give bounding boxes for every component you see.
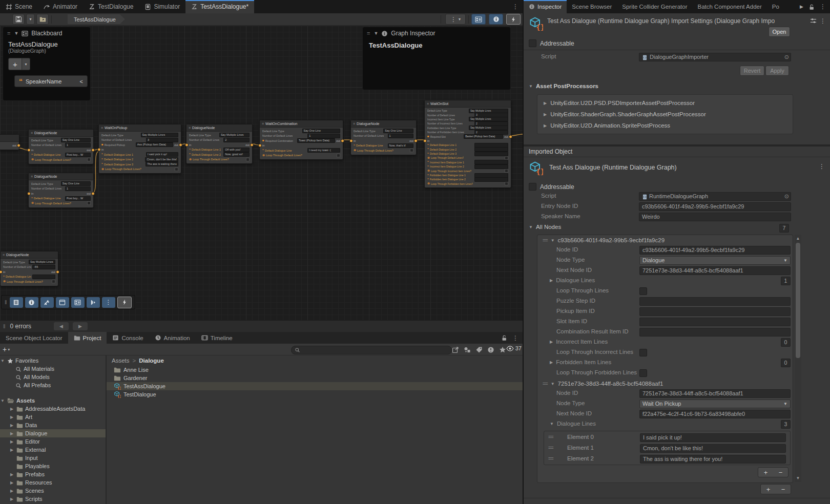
tab-overflow-menu[interactable]: ⋮: [512, 3, 518, 10]
value-field[interactable]: c93b5606-401f-49a2-99b5-9ecbf1fa9c29: [639, 202, 791, 211]
scrollbar-thumb[interactable]: [796, 243, 800, 358]
addressable-checkbox[interactable]: [529, 183, 536, 191]
node-title-bar[interactable]: ≡DialogueNode: [186, 124, 252, 132]
graph-inspector-header[interactable]: = ▼ Graph Inspector: [363, 27, 510, 39]
value-field[interactable]: c93b5606-401f-49a2-99b5-9ecbf1fa9c29: [639, 246, 791, 255]
value-field[interactable]: RuntimeDialogueGraph⊙: [639, 192, 791, 201]
apply-button[interactable]: Apply: [765, 66, 789, 76]
window-tool-button[interactable]: [56, 297, 69, 308]
add-property-caret[interactable]: ▾: [22, 58, 30, 70]
in-port[interactable]: [423, 139, 427, 142]
graph-overlay-toolbar[interactable]: ‖ ⋮: [1, 295, 135, 309]
graph-breadcrumb[interactable]: TestAssDialogue: [68, 14, 125, 24]
node-line-field[interactable]: Cmon, don't be like this!: [145, 157, 178, 162]
lock-icon[interactable]: [808, 3, 815, 10]
transition-tool-button[interactable]: [87, 297, 100, 308]
out-port[interactable]: [91, 192, 95, 195]
drag-handle-icon[interactable]: ==: [548, 434, 553, 440]
bottom-tab-console[interactable]: Console: [107, 332, 149, 344]
node-object-field[interactable]: Toast (Pickup Item Data): [297, 138, 335, 143]
drag-handle-icon[interactable]: ==: [543, 381, 548, 387]
overlay-flash-button[interactable]: [117, 297, 132, 308]
value-field[interactable]: [639, 307, 791, 316]
add-property-button[interactable]: +: [8, 58, 22, 70]
file-row-testdialogue[interactable]: TestDialogue: [107, 390, 523, 398]
in-port[interactable]: [27, 192, 31, 195]
node-checkbox[interactable]: [505, 156, 508, 160]
postprocessor-item[interactable]: ▶UnityEditor.U2D.Animation.SpritePostPro…: [537, 120, 793, 131]
node-dropdown[interactable]: Say One Line: [302, 129, 340, 133]
node-line-field[interactable]: [474, 147, 508, 152]
node-number-field[interactable]: 1: [65, 143, 91, 148]
node-line-field[interactable]: [474, 152, 508, 156]
tab-testdialogue[interactable]: TestDialogue: [83, 0, 139, 13]
preview-toggle[interactable]: [506, 14, 521, 25]
node-object-field[interactable]: Ass (Pickup Item Data): [136, 142, 174, 147]
node-number-field[interactable]: 1: [388, 134, 413, 138]
tab-scroll-icon[interactable]: ▶: [800, 4, 803, 9]
object-picker-icon[interactable]: ⊙: [784, 193, 789, 200]
inspector-tab-po[interactable]: Po: [767, 0, 784, 13]
bottom-tab-animation[interactable]: Animation: [149, 332, 196, 344]
node-line-field[interactable]: Now, that's it!: [388, 143, 413, 148]
tree-item-external[interactable]: ▶External: [0, 446, 106, 454]
file-row-gardener[interactable]: Gardener: [107, 374, 523, 382]
node-checkbox[interactable]: [410, 149, 413, 152]
tree-item-favorites[interactable]: ▼Favorites: [0, 356, 106, 365]
node-dropdown[interactable]: Say Multiple Lines: [141, 133, 179, 137]
drag-handle-icon[interactable]: ‖: [3, 323, 6, 329]
save-graph-button[interactable]: [12, 14, 25, 25]
tree-item-all-prefabs[interactable]: All Prefabs: [0, 381, 106, 389]
scroll-down-icon[interactable]: ▼: [795, 476, 801, 480]
show-in-project-button[interactable]: [36, 14, 49, 25]
in-port[interactable]: [27, 148, 31, 152]
search-by-label-icon[interactable]: [475, 346, 483, 353]
revert-button[interactable]: Revert: [740, 66, 764, 76]
tree-item-resources[interactable]: ▶Resources: [0, 478, 106, 487]
out-port[interactable]: [56, 270, 59, 274]
collapse-caret-icon[interactable]: ▼: [14, 31, 18, 36]
foldout[interactable]: ▶Forbidden Item Lines: [550, 359, 611, 365]
blackboard-toggle[interactable]: [471, 14, 486, 25]
out-port[interactable]: [250, 143, 254, 146]
node-line-field[interactable]: [32, 275, 55, 279]
out-port[interactable]: [341, 139, 344, 142]
node-line-field[interactable]: [474, 164, 508, 169]
graph-node-dialoguenode[interactable]: ≡DialogueNode Default Line TypeSay One L…: [28, 129, 94, 164]
open-button[interactable]: Open: [769, 27, 790, 37]
drag-handle-icon[interactable]: ==: [543, 238, 548, 243]
node-object-field[interactable]: Basket (Pickup Item Data): [464, 134, 503, 139]
kebab-menu-icon[interactable]: ⋮: [512, 334, 518, 342]
foldout[interactable]: ▼Dialogue Lines: [550, 421, 596, 427]
tools-button[interactable]: [40, 297, 54, 308]
tree-item-all-materials[interactable]: All Materials: [0, 365, 106, 373]
node-number-field[interactable]: 2: [223, 138, 250, 142]
value-field[interactable]: [639, 297, 791, 306]
bottom-tab-scene-object-locator[interactable]: Scene Object Locator: [0, 332, 68, 344]
node-title-bar[interactable]: ≡StartNode: [0, 135, 19, 142]
all-nodes-foldout[interactable]: ▼All Nodes: [529, 224, 561, 230]
value-field[interactable]: [639, 328, 791, 337]
node-title-bar[interactable]: ≡DialogueNode: [29, 130, 93, 137]
postprocessor-item[interactable]: ▶UnityEditor.U2D.PSD.PSDImporterAssetPos…: [537, 97, 793, 109]
value-field[interactable]: Weirdo: [639, 213, 791, 221]
graph-node-waitonpickup[interactable]: ≡WaitOnPickup Default Line TypeSay Multi…: [98, 124, 181, 174]
graph-node-waitonslot[interactable]: ≡WaitOnSlot Default Line TypeSay Multipl…: [424, 100, 511, 188]
graph-options-menu[interactable]: ⋮▾: [445, 14, 466, 25]
breadcrumb-current[interactable]: Dialogue: [139, 358, 164, 364]
tab-simulator[interactable]: Simulator: [139, 0, 185, 13]
blackboard-property-speakername[interactable]: “ SpeakerName <: [14, 75, 88, 87]
tree-item-dialogue[interactable]: ▶Dialogue: [0, 429, 106, 437]
postprocessor-item[interactable]: ▶UnityEditor.ShaderGraph.ShaderGraphAsse…: [537, 109, 793, 120]
kebab-menu-icon[interactable]: ⋮: [819, 163, 825, 170]
in-port[interactable]: [97, 148, 101, 152]
node-checkbox[interactable]: [175, 167, 178, 171]
save-options-caret[interactable]: ▾: [26, 14, 35, 25]
tab-animator[interactable]: Animator: [38, 0, 83, 13]
checkbox[interactable]: [639, 369, 647, 377]
dropdown[interactable]: Dialogue▼: [639, 256, 791, 265]
element-value-field[interactable]: The ass is waiting there for you!: [640, 455, 786, 464]
value-field[interactable]: f22a475e-4c2f-41c6-9b73-6a83498abfe0: [639, 410, 791, 418]
collapse-property-icon[interactable]: <: [80, 78, 83, 85]
inspector-tab-batch-component-adder[interactable]: Batch Component Adder: [693, 0, 767, 13]
